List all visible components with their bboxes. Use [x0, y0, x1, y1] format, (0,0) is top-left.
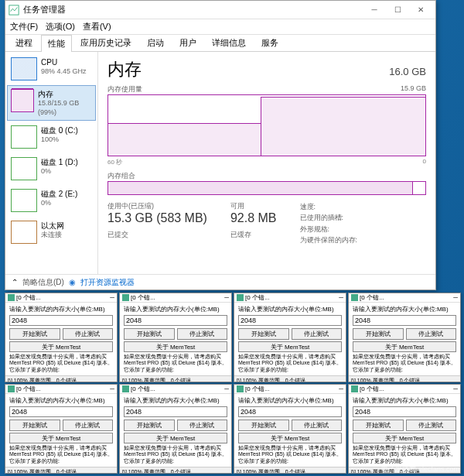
about-memtest-button[interactable]: 关于 MemTest — [238, 433, 342, 443]
memtest-icon — [237, 294, 244, 301]
memtest-message: 如果您发现免费版十分实用，请考虑购买 MemTest PRO ($5) 或 De… — [353, 445, 456, 464]
sidebar-item-disk1[interactable]: 磁盘 1 (D:)0% — [7, 153, 96, 184]
memtest-titlebar[interactable]: [0 个错... ─ — [120, 385, 231, 394]
close-button[interactable]: ✕ — [409, 2, 432, 18]
memory-total: 16.0 GB — [389, 66, 426, 77]
minimize-icon[interactable]: ─ — [110, 385, 114, 392]
memory-usage-chart — [107, 94, 426, 156]
tab-startup[interactable]: 启动 — [140, 34, 171, 51]
about-memtest-button[interactable]: 关于 MemTest — [124, 433, 227, 443]
sidebar-item-ethernet[interactable]: 以太网未连接 — [7, 217, 96, 248]
memtest-titlebar[interactable]: [0 个错... ─ — [120, 293, 231, 303]
memtest-titlebar[interactable]: [0 个错... ─ — [234, 385, 346, 394]
about-memtest-button[interactable]: 关于 MemTest — [353, 341, 456, 352]
minimize-icon[interactable]: ─ — [224, 385, 229, 392]
memory-mini-graph — [11, 89, 34, 112]
minimize-icon[interactable]: ─ — [453, 385, 458, 392]
titlebar[interactable]: 任务管理器 ─ ☐ ✕ — [5, 1, 435, 19]
maximize-button[interactable]: ☐ — [386, 2, 409, 18]
memtest-titlebar[interactable]: [0 个错... ─ — [5, 293, 117, 303]
avail-label: 可用 — [230, 201, 277, 211]
svg-rect-3 — [237, 294, 244, 301]
menu-file[interactable]: 文件(F) — [10, 21, 38, 33]
about-memtest-button[interactable]: 关于 MemTest — [9, 433, 113, 443]
disk1-label: 磁盘 1 (D:) — [41, 157, 78, 167]
disk0-mini-graph — [11, 125, 37, 149]
stop-test-button[interactable]: 停止测试 — [406, 328, 457, 340]
start-test-button[interactable]: 开始测试 — [353, 328, 404, 340]
about-memtest-button[interactable]: 关于 MemTest — [353, 433, 456, 443]
tab-performance[interactable]: 性能 — [41, 35, 72, 52]
memtest-icon — [237, 385, 244, 392]
memtest-status: [\] 100% 覆盖范围，0 个错误 — [234, 467, 346, 473]
taskmgr-footer: ⌃ 简略信息(D) ◉ 打开资源监视器 — [5, 274, 435, 289]
disk2-mini-graph — [11, 189, 37, 212]
minimize-icon[interactable]: ─ — [339, 385, 343, 392]
minimize-button[interactable]: ─ — [363, 2, 386, 18]
minimize-icon[interactable]: ─ — [224, 294, 229, 301]
memtest-titlebar[interactable]: [0 个错... ─ — [5, 385, 117, 394]
start-test-button[interactable]: 开始测试 — [124, 419, 175, 431]
ethernet-sub: 未连接 — [41, 231, 64, 240]
stop-test-button[interactable]: 停止测试 — [292, 419, 343, 431]
sidebar-item-memory[interactable]: 内存15.8/15.9 GB (99%) — [7, 85, 96, 121]
start-test-button[interactable]: 开始测试 — [9, 328, 60, 340]
usage-chart-max: 15.9 GB — [401, 84, 426, 94]
minimize-icon[interactable]: ─ — [339, 294, 343, 301]
menu-options[interactable]: 选项(O) — [46, 21, 75, 33]
memtest-windows: [0 个错... ─ 请输入要测试的内存大小(单位:MB) 开始测试 停止测试 … — [5, 293, 461, 474]
sidebar-item-cpu[interactable]: CPU98% 4.45 GHz — [7, 53, 96, 84]
about-memtest-button[interactable]: 关于 MemTest — [238, 341, 342, 352]
memtest-titlebar[interactable]: [0 个错... ─ — [349, 385, 460, 394]
tab-strip: 进程 性能 应用历史记录 启动 用户 详细信息 服务 — [5, 35, 435, 52]
memtest-prompt: 请输入要测试的内存大小(单位:MB) — [353, 396, 456, 405]
memtest-size-input[interactable] — [353, 315, 456, 326]
sidebar-item-disk2[interactable]: 磁盘 2 (E:)0% — [7, 185, 96, 216]
memtest-size-input[interactable] — [353, 406, 456, 417]
tab-services[interactable]: 服务 — [254, 34, 285, 51]
memtest-size-input[interactable] — [124, 406, 227, 417]
disk0-sub: 100% — [41, 135, 78, 145]
tab-details[interactable]: 详细信息 — [205, 34, 253, 51]
memtest-titlebar[interactable]: [0 个错... ─ — [234, 293, 346, 303]
stop-test-button[interactable]: 停止测试 — [63, 328, 114, 340]
memtest-size-input[interactable] — [238, 315, 342, 326]
minimize-icon[interactable]: ─ — [453, 294, 458, 301]
memtest-status: [\] 100% 覆盖范围，0 个错误 — [120, 467, 231, 473]
stop-test-button[interactable]: 停止测试 — [292, 328, 343, 340]
minimize-icon[interactable]: ─ — [110, 294, 114, 301]
tab-processes[interactable]: 进程 — [9, 34, 39, 51]
memory-composition-chart — [107, 181, 426, 195]
memtest-size-input[interactable] — [238, 406, 342, 417]
main-title: 内存 — [107, 58, 142, 81]
start-test-button[interactable]: 开始测试 — [238, 328, 289, 340]
stop-test-button[interactable]: 停止测试 — [63, 419, 114, 431]
svg-rect-4 — [351, 294, 358, 301]
memtest-titlebar[interactable]: [0 个错... ─ — [349, 293, 460, 303]
svg-rect-6 — [122, 385, 129, 392]
fewer-details-button[interactable]: 简略信息(D) — [22, 277, 64, 288]
start-test-button[interactable]: 开始测试 — [124, 328, 175, 340]
about-memtest-button[interactable]: 关于 MemTest — [9, 341, 113, 352]
watermark: 电子发烧友 elecfans.com — [381, 464, 459, 474]
memtest-status: [\] 100% 覆盖范围，0 个错误 — [5, 467, 117, 473]
tab-app-history[interactable]: 应用历史记录 — [73, 34, 138, 51]
tab-users[interactable]: 用户 — [172, 34, 203, 51]
memtest-size-input[interactable] — [9, 406, 113, 417]
sidebar-item-disk0[interactable]: 磁盘 0 (C:)100% — [7, 122, 96, 152]
memtest-window: [0 个错... ─ 请输入要测试的内存大小(单位:MB) 开始测试 停止测试 … — [234, 384, 346, 474]
about-memtest-button[interactable]: 关于 MemTest — [124, 341, 227, 352]
stop-test-button[interactable]: 停止测试 — [177, 419, 228, 431]
stop-test-button[interactable]: 停止测试 — [406, 419, 457, 431]
chevron-up-icon[interactable]: ⌃ — [12, 278, 18, 286]
start-test-button[interactable]: 开始测试 — [353, 419, 404, 431]
menu-view[interactable]: 查看(V) — [83, 21, 111, 33]
start-test-button[interactable]: 开始测试 — [9, 419, 60, 431]
open-resmon-link[interactable]: 打开资源监视器 — [80, 277, 135, 288]
memtest-status: [\] 100% 覆盖范围，0 个错误 — [120, 375, 231, 382]
stop-test-button[interactable]: 停止测试 — [177, 328, 228, 340]
memtest-size-input[interactable] — [9, 315, 113, 326]
memtest-size-input[interactable] — [124, 315, 227, 326]
memtest-prompt: 请输入要测试的内存大小(单位:MB) — [9, 305, 113, 313]
start-test-button[interactable]: 开始测试 — [238, 419, 289, 431]
